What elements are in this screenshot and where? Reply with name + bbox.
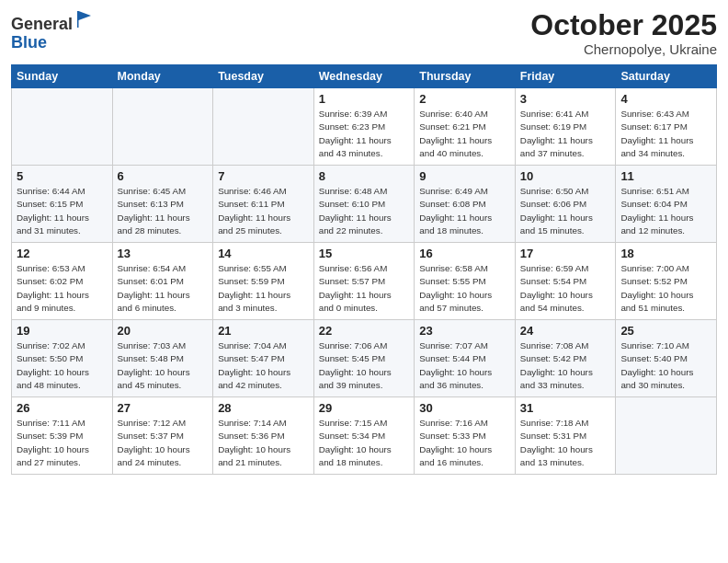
logo-blue-text: Blue: [11, 34, 95, 52]
day-info: Sunrise: 6:46 AM Sunset: 6:11 PM Dayligh…: [218, 185, 309, 237]
day-info: Sunrise: 6:44 AM Sunset: 6:15 PM Dayligh…: [17, 185, 108, 237]
day-info: Sunrise: 7:00 AM Sunset: 5:52 PM Dayligh…: [620, 262, 711, 315]
day-number: 11: [620, 169, 711, 183]
day-number: 5: [17, 169, 108, 183]
day-info: Sunrise: 6:50 AM Sunset: 6:06 PM Dayligh…: [520, 185, 611, 237]
day-number: 10: [520, 169, 611, 183]
calendar-cell: 27Sunrise: 7:12 AM Sunset: 5:37 PM Dayli…: [112, 397, 213, 475]
day-info: Sunrise: 7:18 AM Sunset: 5:31 PM Dayligh…: [520, 417, 611, 469]
header-thursday: Thursday: [415, 65, 516, 88]
day-number: 20: [118, 324, 209, 338]
day-number: 31: [520, 401, 611, 415]
calendar-cell: 14Sunrise: 6:55 AM Sunset: 5:59 PM Dayli…: [213, 243, 314, 320]
day-number: 9: [419, 169, 510, 183]
header-monday: Monday: [112, 65, 213, 88]
day-info: Sunrise: 7:07 AM Sunset: 5:44 PM Dayligh…: [419, 339, 510, 392]
day-info: Sunrise: 6:51 AM Sunset: 6:04 PM Dayligh…: [620, 185, 711, 237]
day-info: Sunrise: 7:11 AM Sunset: 5:39 PM Dayligh…: [17, 417, 108, 469]
day-number: 13: [118, 247, 209, 260]
calendar-cell: [213, 88, 314, 166]
day-info: Sunrise: 7:06 AM Sunset: 5:45 PM Dayligh…: [319, 339, 410, 392]
calendar-week-3: 12Sunrise: 6:53 AM Sunset: 6:02 PM Dayli…: [12, 243, 717, 320]
day-info: Sunrise: 7:08 AM Sunset: 5:42 PM Dayligh…: [520, 339, 611, 392]
day-number: 14: [218, 247, 309, 260]
calendar-week-4: 19Sunrise: 7:02 AM Sunset: 5:50 PM Dayli…: [12, 320, 717, 397]
calendar-header: Sunday Monday Tuesday Wednesday Thursday…: [12, 65, 717, 88]
calendar-week-1: 1Sunrise: 6:39 AM Sunset: 6:23 PM Daylig…: [12, 88, 717, 166]
day-number: 1: [319, 92, 410, 106]
calendar-cell: 13Sunrise: 6:54 AM Sunset: 6:01 PM Dayli…: [112, 243, 213, 320]
calendar-cell: 6Sunrise: 6:45 AM Sunset: 6:13 PM Daylig…: [112, 166, 213, 243]
day-info: Sunrise: 6:55 AM Sunset: 5:59 PM Dayligh…: [218, 262, 309, 315]
calendar-cell: 5Sunrise: 6:44 AM Sunset: 6:15 PM Daylig…: [12, 166, 113, 243]
calendar-week-2: 5Sunrise: 6:44 AM Sunset: 6:15 PM Daylig…: [12, 166, 717, 243]
day-number: 21: [218, 324, 309, 338]
day-number: 26: [17, 401, 108, 415]
day-info: Sunrise: 6:43 AM Sunset: 6:17 PM Dayligh…: [620, 108, 711, 160]
logo-flag-icon: [74, 9, 95, 29]
day-number: 30: [419, 401, 510, 415]
calendar-cell: 18Sunrise: 7:00 AM Sunset: 5:52 PM Dayli…: [616, 243, 717, 320]
calendar-cell: 26Sunrise: 7:11 AM Sunset: 5:39 PM Dayli…: [12, 397, 113, 475]
calendar-cell: 10Sunrise: 6:50 AM Sunset: 6:06 PM Dayli…: [515, 166, 616, 243]
day-info: Sunrise: 6:58 AM Sunset: 5:55 PM Dayligh…: [419, 262, 510, 315]
day-number: 7: [218, 169, 309, 183]
calendar-cell: 9Sunrise: 6:49 AM Sunset: 6:08 PM Daylig…: [415, 166, 516, 243]
day-info: Sunrise: 7:10 AM Sunset: 5:40 PM Dayligh…: [620, 339, 711, 392]
logo-general: General: [11, 15, 73, 33]
day-number: 17: [520, 247, 611, 260]
calendar-cell: 23Sunrise: 7:07 AM Sunset: 5:44 PM Dayli…: [415, 320, 516, 397]
day-info: Sunrise: 6:45 AM Sunset: 6:13 PM Dayligh…: [118, 185, 209, 237]
day-number: 28: [218, 401, 309, 415]
day-number: 24: [520, 324, 611, 338]
day-info: Sunrise: 7:14 AM Sunset: 5:36 PM Dayligh…: [218, 417, 309, 469]
day-number: 15: [319, 247, 410, 260]
calendar-cell: 21Sunrise: 7:04 AM Sunset: 5:47 PM Dayli…: [213, 320, 314, 397]
day-number: 22: [319, 324, 410, 338]
calendar-cell: 3Sunrise: 6:41 AM Sunset: 6:19 PM Daylig…: [515, 88, 616, 166]
day-info: Sunrise: 6:48 AM Sunset: 6:10 PM Dayligh…: [319, 185, 410, 237]
header-wednesday: Wednesday: [313, 65, 415, 88]
day-number: 27: [118, 401, 209, 415]
location: Chernopolye, Ukraine: [530, 41, 717, 57]
day-info: Sunrise: 6:40 AM Sunset: 6:21 PM Dayligh…: [419, 108, 510, 160]
calendar-cell: 20Sunrise: 7:03 AM Sunset: 5:48 PM Dayli…: [112, 320, 213, 397]
day-info: Sunrise: 6:54 AM Sunset: 6:01 PM Dayligh…: [118, 262, 209, 315]
calendar-cell: 28Sunrise: 7:14 AM Sunset: 5:36 PM Dayli…: [213, 397, 314, 475]
day-number: 23: [419, 324, 510, 338]
calendar-cell: 19Sunrise: 7:02 AM Sunset: 5:50 PM Dayli…: [12, 320, 113, 397]
logo-blue: Blue: [11, 33, 47, 52]
day-number: 16: [419, 247, 510, 260]
logo-text: General: [11, 9, 95, 34]
calendar-table: Sunday Monday Tuesday Wednesday Thursday…: [11, 64, 717, 475]
day-info: Sunrise: 7:12 AM Sunset: 5:37 PM Dayligh…: [118, 417, 209, 469]
day-number: 18: [620, 247, 711, 260]
header-saturday: Saturday: [616, 65, 717, 88]
day-info: Sunrise: 7:03 AM Sunset: 5:48 PM Dayligh…: [118, 339, 209, 392]
calendar-cell: 17Sunrise: 6:59 AM Sunset: 5:54 PM Dayli…: [515, 243, 616, 320]
calendar-cell: 12Sunrise: 6:53 AM Sunset: 6:02 PM Dayli…: [12, 243, 113, 320]
calendar-cell: 16Sunrise: 6:58 AM Sunset: 5:55 PM Dayli…: [415, 243, 516, 320]
logo: General Blue: [11, 9, 95, 52]
calendar-cell: [12, 88, 113, 166]
svg-marker-0: [77, 11, 91, 28]
page-header: General Blue October 2025 Chernopolye, U…: [11, 9, 717, 57]
day-info: Sunrise: 6:41 AM Sunset: 6:19 PM Dayligh…: [520, 108, 611, 160]
month-title: October 2025: [530, 9, 717, 41]
day-number: 19: [17, 324, 108, 338]
calendar-week-5: 26Sunrise: 7:11 AM Sunset: 5:39 PM Dayli…: [12, 397, 717, 475]
calendar-cell: 25Sunrise: 7:10 AM Sunset: 5:40 PM Dayli…: [616, 320, 717, 397]
day-info: Sunrise: 7:04 AM Sunset: 5:47 PM Dayligh…: [218, 339, 309, 392]
day-info: Sunrise: 6:39 AM Sunset: 6:23 PM Dayligh…: [319, 108, 410, 160]
day-number: 8: [319, 169, 410, 183]
header-row: Sunday Monday Tuesday Wednesday Thursday…: [12, 65, 717, 88]
day-number: 2: [419, 92, 510, 106]
calendar-cell: 2Sunrise: 6:40 AM Sunset: 6:21 PM Daylig…: [415, 88, 516, 166]
calendar-cell: 7Sunrise: 6:46 AM Sunset: 6:11 PM Daylig…: [213, 166, 314, 243]
calendar-cell: [112, 88, 213, 166]
day-number: 25: [620, 324, 711, 338]
header-sunday: Sunday: [12, 65, 113, 88]
day-info: Sunrise: 6:56 AM Sunset: 5:57 PM Dayligh…: [319, 262, 410, 315]
calendar-cell: 4Sunrise: 6:43 AM Sunset: 6:17 PM Daylig…: [616, 88, 717, 166]
day-number: 3: [520, 92, 611, 106]
